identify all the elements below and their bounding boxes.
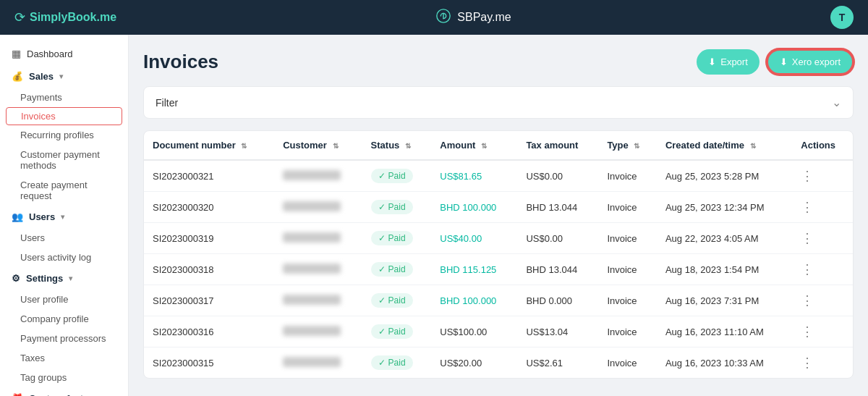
col-type[interactable]: Type ⇅	[598, 131, 657, 160]
table-row: SI2023000321 ✓ Paid US$81.65 US$0.00 Inv…	[144, 160, 853, 192]
col-doc-number[interactable]: Document number ⇅	[144, 131, 274, 160]
invoices-label: Invoices	[21, 111, 56, 122]
cell-amount-1: BHD 100.000	[431, 192, 517, 223]
cell-amount-5: US$100.00	[431, 316, 517, 347]
cell-status-6: ✓ Paid	[362, 347, 432, 379]
sidebar-item-dashboard[interactable]: ▦ Dashboard	[0, 42, 128, 65]
status-sort-icon: ⇅	[405, 142, 411, 150]
table-row: SI2023000319 ✓ Paid US$40.00 US$0.00 Inv…	[144, 223, 853, 254]
row-actions-menu-icon[interactable]: ⋮	[801, 200, 814, 214]
cell-amount-6: US$20.00	[431, 347, 517, 379]
cell-actions-3[interactable]: ⋮	[792, 254, 853, 285]
create-payment-label: Create payment request	[20, 180, 88, 201]
type-sort-icon: ⇅	[634, 142, 639, 150]
paid-check-icon: ✓	[378, 327, 386, 337]
paid-check-icon: ✓	[378, 202, 386, 212]
cell-amount-2: US$40.00	[431, 223, 517, 254]
table-row: SI2023000316 ✓ Paid US$100.00 US$13.04 I…	[144, 316, 853, 347]
cell-status-2: ✓ Paid	[362, 223, 432, 254]
company-profile-label: Company profile	[20, 313, 89, 324]
sidebar-item-custom-features[interactable]: 🎁 Custom features	[0, 387, 128, 396]
cell-actions-5[interactable]: ⋮	[792, 316, 853, 347]
sidebar-item-users-sub[interactable]: Users	[0, 228, 128, 248]
cell-customer-3	[274, 254, 362, 285]
cell-actions-4[interactable]: ⋮	[792, 285, 853, 316]
cell-created-6: Aug 16, 2023 10:33 AM	[657, 347, 792, 379]
paid-check-icon: ✓	[378, 171, 386, 181]
row-actions-menu-icon[interactable]: ⋮	[801, 231, 814, 245]
cell-actions-6[interactable]: ⋮	[792, 347, 853, 379]
cell-type-4: Invoice	[598, 285, 657, 316]
col-created[interactable]: Created date/time ⇅	[657, 131, 792, 160]
filter-chevron-icon[interactable]: ⌄	[832, 96, 841, 109]
settings-icon: ⚙	[12, 273, 20, 284]
sidebar-item-users[interactable]: 👥 Users ▾	[0, 206, 128, 228]
header-center-brand: SBPay.me	[435, 8, 511, 28]
table-row: SI2023000320 ✓ Paid BHD 100.000 BHD 13.0…	[144, 192, 853, 223]
sidebar-item-users-activity[interactable]: Users activity log	[0, 248, 128, 267]
sidebar-item-create-payment[interactable]: Create payment request	[0, 175, 128, 206]
cell-tax-4: BHD 0.000	[517, 285, 598, 316]
col-amount[interactable]: Amount ⇅	[431, 131, 517, 160]
sidebar-item-payment-processors[interactable]: Payment processors	[0, 329, 128, 348]
cell-doc-3: SI2023000318	[144, 254, 274, 285]
sidebar-item-invoices[interactable]: Invoices	[6, 107, 122, 125]
amount-sort-icon: ⇅	[481, 142, 487, 150]
sidebar-item-recurring[interactable]: Recurring profiles	[0, 125, 128, 145]
customer-payment-label: Customer payment methods	[20, 149, 100, 171]
row-actions-menu-icon[interactable]: ⋮	[801, 355, 814, 370]
settings-chevron: ▾	[69, 274, 72, 282]
top-header: ⟳ SimplyBook.me SBPay.me T	[0, 0, 868, 35]
cell-type-2: Invoice	[598, 223, 657, 254]
users-label: Users	[29, 211, 55, 222]
row-actions-menu-icon[interactable]: ⋮	[801, 324, 814, 339]
table-row: SI2023000318 ✓ Paid BHD 115.125 BHD 13.0…	[144, 254, 853, 285]
cell-created-5: Aug 16, 2023 11:10 AM	[657, 316, 792, 347]
page-title: Invoices	[143, 51, 218, 73]
sidebar-item-company-profile[interactable]: Company profile	[0, 309, 128, 329]
row-actions-menu-icon[interactable]: ⋮	[801, 262, 814, 277]
cell-actions-0[interactable]: ⋮	[792, 160, 853, 192]
cell-status-3: ✓ Paid	[362, 254, 432, 285]
users-chevron: ▾	[61, 213, 64, 221]
status-badge: ✓ Paid	[371, 262, 413, 277]
cell-amount-0: US$81.65	[431, 160, 517, 192]
doc-sort-icon: ⇅	[241, 142, 247, 150]
sidebar-item-taxes[interactable]: Taxes	[0, 348, 128, 368]
sidebar-item-sales[interactable]: 💰 Sales ▾	[0, 65, 128, 88]
users-icon: 👥	[12, 211, 23, 222]
dashboard-label: Dashboard	[27, 49, 73, 59]
cell-tax-3: BHD 13.044	[517, 254, 598, 285]
cell-status-1: ✓ Paid	[362, 192, 432, 223]
sidebar-item-user-profile[interactable]: User profile	[0, 290, 128, 309]
xero-export-button[interactable]: ⬇ Xero export	[767, 49, 854, 75]
sbpay-icon	[435, 8, 451, 28]
user-avatar[interactable]: T	[830, 6, 854, 29]
row-actions-menu-icon[interactable]: ⋮	[801, 293, 814, 308]
col-customer[interactable]: Customer ⇅	[274, 131, 362, 160]
sidebar-item-tag-groups[interactable]: Tag groups	[0, 368, 128, 387]
export-button[interactable]: ⬇ Export	[697, 49, 760, 75]
cell-doc-0: SI2023000321	[144, 160, 274, 192]
row-actions-menu-icon[interactable]: ⋮	[801, 169, 814, 183]
cell-status-4: ✓ Paid	[362, 285, 432, 316]
page-header: Invoices ⬇ Export ⬇ Xero export	[143, 49, 854, 75]
cell-doc-5: SI2023000316	[144, 316, 274, 347]
filter-bar[interactable]: Filter ⌄	[143, 86, 854, 119]
sidebar-item-customer-payment[interactable]: Customer payment methods	[0, 145, 128, 175]
cell-customer-4	[274, 285, 362, 316]
invoices-table: Document number ⇅ Customer ⇅ Status ⇅	[144, 131, 853, 378]
sidebar-item-payments[interactable]: Payments	[0, 88, 128, 107]
col-tax-amount: Tax amount	[517, 131, 598, 160]
cell-actions-2[interactable]: ⋮	[792, 223, 853, 254]
status-badge: ✓ Paid	[371, 293, 413, 308]
status-badge: ✓ Paid	[371, 231, 413, 245]
customer-sort-icon: ⇅	[333, 142, 339, 150]
sidebar-item-settings[interactable]: ⚙ Settings ▾	[0, 267, 128, 290]
users-activity-label: Users activity log	[20, 252, 91, 263]
status-badge: ✓ Paid	[371, 169, 413, 183]
cell-actions-1[interactable]: ⋮	[792, 192, 853, 223]
table-row: SI2023000317 ✓ Paid BHD 100.000 BHD 0.00…	[144, 285, 853, 316]
col-status[interactable]: Status ⇅	[362, 131, 432, 160]
cell-status-0: ✓ Paid	[362, 160, 432, 192]
